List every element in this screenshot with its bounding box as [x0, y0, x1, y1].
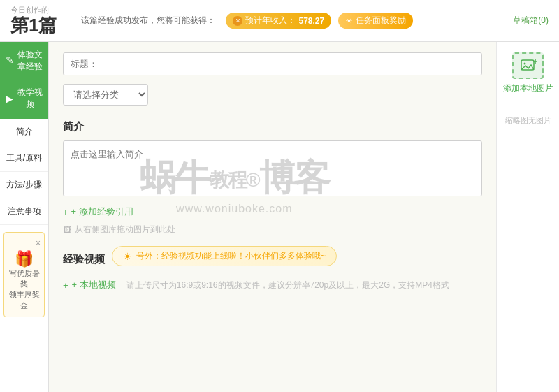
category-select[interactable]: 请选择分类 生活 美食 健康 运动 — [63, 84, 148, 106]
video-section: 经验视频 ☀ 号外：经验视频功能上线啦！小伙伴们多多体验哦~ + + 本地视频 … — [63, 246, 482, 291]
add-image-button[interactable]: 添加本地图片 — [503, 52, 553, 94]
experience-label: 体验文章经验 — [17, 49, 43, 73]
task-icon: ☀ — [345, 16, 353, 26]
title-row — [63, 52, 482, 75]
task-label: 任务面板奖励 — [356, 15, 406, 27]
add-image-label: 添加本地图片 — [503, 82, 553, 94]
add-ref-button[interactable]: + + 添加经验引用 — [63, 205, 133, 218]
nav-item-intro[interactable]: 简介 — [0, 119, 48, 145]
nav-items: 简介 工具/原料 方法/步骤 注意事项 — [0, 117, 48, 225]
experience-icon: ✎ — [6, 54, 14, 68]
intro-textarea[interactable] — [63, 140, 482, 196]
upload-label: + 本地视频 — [72, 279, 116, 291]
upload-icon: + — [63, 280, 68, 291]
reward-box: × 🎁 写优质暑奖 领丰厚奖金 — [3, 232, 45, 318]
coin-icon: ¥ — [233, 16, 242, 26]
nav-item-tools[interactable]: 工具/原料 — [0, 145, 48, 172]
description-text: 该篇经验成功发布，您将可能获得： — [81, 15, 215, 27]
reward-label: 预计年收入： — [245, 15, 296, 27]
content-area: 请选择分类 生活 美食 健康 运动 简介 + + 添加经验引用 🖼 从右侧图库拖… — [49, 42, 496, 392]
video-icon: ▶ — [6, 93, 13, 104]
add-image-icon — [512, 52, 544, 79]
video-label: 教学视频 — [17, 87, 43, 110]
main-layout: ✎ 体验文章经验 ▶ 教学视频 简介 工具/原料 方法/步骤 注意事项 × 🎁 … — [0, 42, 559, 392]
image-drag-hint: 🖼 从右侧图库拖动图片到此处 — [63, 224, 482, 235]
svg-point-1 — [523, 63, 525, 65]
right-panel: 添加本地图片 缩略图无图片 — [496, 42, 559, 392]
nav-item-steps[interactable]: 方法/步骤 — [0, 172, 48, 198]
sidebar: ✎ 体验文章经验 ▶ 教学视频 简介 工具/原料 方法/步骤 注意事项 × 🎁 … — [0, 42, 49, 392]
reward-amount: 578.27 — [298, 16, 324, 26]
sidebar-item-video[interactable]: ▶ 教学视频 — [0, 80, 48, 117]
video-section-title: 经验视频 — [63, 253, 105, 266]
add-ref-icon: + — [63, 207, 68, 217]
nav-item-notes[interactable]: 注意事项 — [0, 198, 48, 225]
draft-link[interactable]: 草稿箱(0) — [513, 15, 549, 27]
intro-section-title: 简介 — [63, 120, 482, 133]
video-upload-row: + + 本地视频 请上传尺寸为16:9或9:16的视频文件，建议分辨率720p及… — [63, 279, 482, 291]
sidebar-item-experience[interactable]: ✎ 体验文章经验 — [0, 42, 48, 80]
title-input-wrap — [63, 52, 482, 75]
title-input[interactable] — [63, 52, 482, 75]
top-banner: 今日创作的 第1篇 该篇经验成功发布，您将可能获得： ¥ 预计年收入： 578.… — [0, 0, 559, 42]
image-hint-text: 从右侧图库拖动图片到此处 — [75, 224, 175, 235]
banner-middle: 该篇经验成功发布，您将可能获得： ¥ 预计年收入： 578.27 ☀ 任务面板奖… — [81, 13, 513, 29]
image-hint-icon: 🖼 — [63, 225, 71, 235]
reward-box-text1: 写优质暑奖 — [8, 268, 41, 290]
add-ref-label: + 添加经验引用 — [71, 205, 133, 218]
reward-badge[interactable]: ¥ 预计年收入： 578.27 — [226, 13, 331, 29]
no-image-text: 缩略图无图片 — [505, 115, 551, 126]
video-notice-text: 号外：经验视频功能上线啦！小伙伴们多多体验哦~ — [136, 250, 326, 262]
article-count: 第1篇 — [10, 15, 57, 36]
notice-sun-icon: ☀ — [123, 251, 132, 262]
today-label: 今日创作的 — [10, 5, 71, 15]
reward-box-icon: 🎁 — [8, 250, 41, 268]
video-notice: ☀ 号外：经验视频功能上线啦！小伙伴们多多体验哦~ — [112, 246, 337, 266]
reward-box-close[interactable]: × — [8, 238, 41, 248]
upload-video-button[interactable]: + + 本地视频 — [63, 279, 116, 291]
reward-box-text2: 领丰厚奖金 — [8, 289, 41, 311]
video-hint-text: 请上传尺寸为16:9或9:16的视频文件，建议分辨率720p及以上，最大2G，支… — [126, 280, 449, 291]
task-badge[interactable]: ☀ 任务面板奖励 — [338, 13, 413, 29]
